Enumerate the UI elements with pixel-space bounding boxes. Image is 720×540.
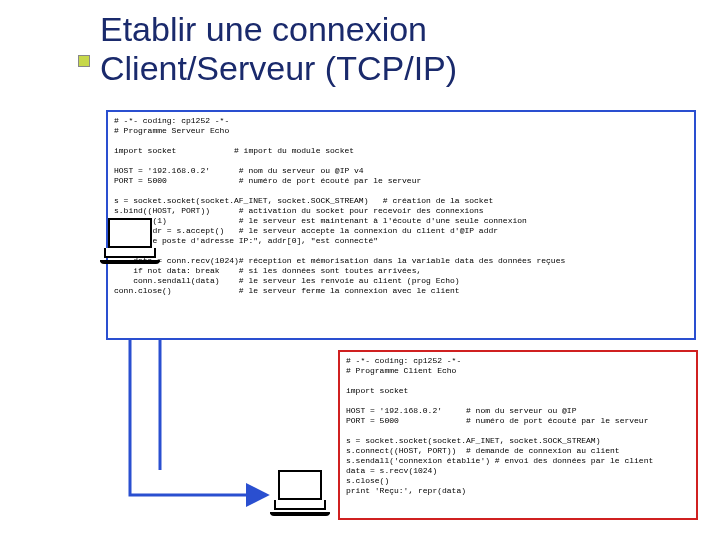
client-laptop-icon: [270, 470, 330, 518]
client-code-box: # -*- coding: cp1252 -*- # Programme Cli…: [338, 350, 698, 520]
title-bullet: [78, 55, 90, 67]
server-laptop-icon: [100, 218, 160, 266]
title-line-2: Client/Serveur (TCP/IP): [100, 49, 457, 87]
title-line-1: Etablir une connexion: [100, 10, 427, 48]
slide-title: Etablir une connexion Client/Serveur (TC…: [100, 10, 457, 88]
server-code-box: # -*- coding: cp1252 -*- # Programme Ser…: [106, 110, 696, 340]
